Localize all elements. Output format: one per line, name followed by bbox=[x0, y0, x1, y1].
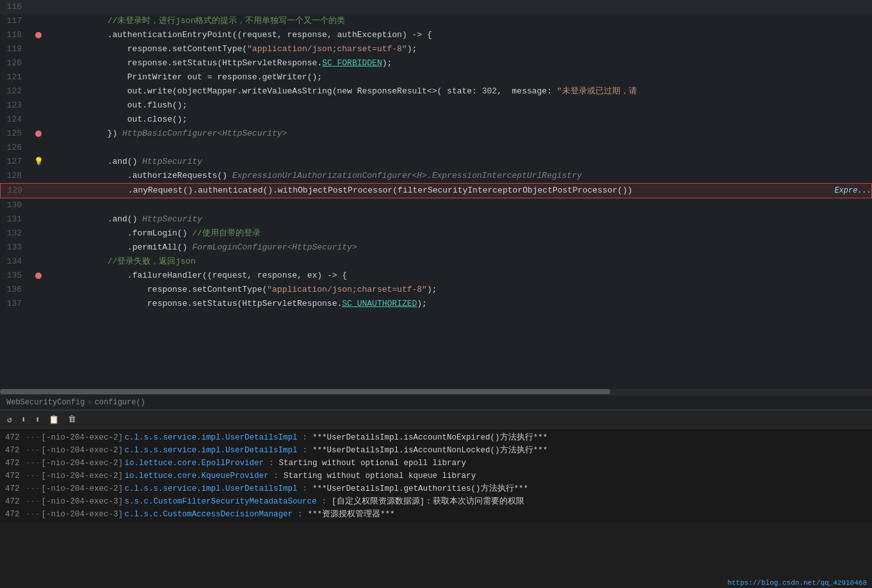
t-thread: [-nio-204-exec-2] bbox=[42, 444, 125, 457]
line-gutter bbox=[32, 283, 45, 297]
line-number: 126 bbox=[0, 141, 32, 155]
t-thread: [-nio-204-exec-3] bbox=[42, 495, 125, 508]
t-thread: [-nio-204-exec-2] bbox=[42, 431, 125, 444]
terminal-btn-copy[interactable]: 📋 bbox=[47, 415, 61, 425]
t-sep: --- bbox=[26, 508, 40, 521]
line-content: out.flush(); bbox=[45, 99, 872, 113]
line-content: out.write(objectMapper.writeValueAsStrin… bbox=[45, 84, 872, 99]
t-class[interactable]: io.lettuce.core.KqueueProvider bbox=[125, 470, 269, 482]
line-number: 135 bbox=[0, 269, 32, 283]
terminal-line-4: 472 --- [-nio-204-exec-2] io.lettuce.cor… bbox=[0, 470, 872, 482]
line-number: 130 bbox=[0, 198, 32, 212]
code-line: 121 PrintWriter out = response.getWriter… bbox=[0, 70, 872, 84]
code-line-132: 132 .formLogin() //使用自带的登录 bbox=[0, 226, 872, 241]
breakpoint-dot-135 bbox=[35, 273, 42, 279]
code-line-131: 131 .and() HttpSecurity bbox=[0, 212, 872, 226]
code-line-136: 136 response.setContentType("application… bbox=[0, 283, 872, 297]
t-colon: : bbox=[269, 457, 274, 470]
line-content-134: //登录失败，返回json bbox=[45, 255, 872, 269]
code-line: 125 }) HttpBasicConfigurer<HttpSecurity> bbox=[0, 127, 872, 141]
t-level: 472 bbox=[5, 508, 24, 521]
t-colon: : bbox=[274, 470, 279, 482]
t-message: ***UserDetailsImpl.isAccountNonLocked()方… bbox=[312, 444, 547, 457]
line-content: .authenticationEntryPoint((request, resp… bbox=[45, 28, 872, 42]
line-number: 116 bbox=[0, 0, 32, 14]
terminal-btn-refresh[interactable]: ↺ bbox=[5, 415, 14, 425]
line-gutter bbox=[32, 198, 45, 212]
code-lines: 116 117 //未登录时，进行json格式的提示，不用单独写一个又一个的类 … bbox=[0, 0, 872, 311]
terminal-line-5: 472 --- [-nio-204-exec-2] c.l.s.s.servic… bbox=[0, 482, 872, 495]
code-line-135: 135 .failureHandler((request, response, … bbox=[0, 269, 872, 283]
line-content-128: .authorizeRequests() ExpressionUrlAuthor… bbox=[45, 169, 872, 183]
line-number: 125 bbox=[0, 127, 32, 141]
line-content: //未登录时，进行json格式的提示，不用单独写一个又一个的类 bbox=[45, 14, 872, 28]
line-number: 132 bbox=[0, 226, 32, 241]
line-content-135: .failureHandler((request, response, ex) … bbox=[45, 269, 872, 283]
t-message: [自定义权限资源数据源]：获取本次访问需要的权限 bbox=[332, 495, 524, 508]
t-class[interactable]: c.l.s.c.CustomAccessDecisionManager bbox=[125, 508, 293, 521]
t-message: ***UserDetailsImpl.isAccountNoExpired()方… bbox=[312, 431, 547, 444]
t-class[interactable]: c.l.s.s.service.impl.UserDetailsImpl bbox=[125, 482, 298, 495]
line-gutter bbox=[32, 84, 45, 99]
line-number: 123 bbox=[0, 99, 32, 113]
code-container[interactable]: 116 117 //未登录时，进行json格式的提示，不用单独写一个又一个的类 … bbox=[0, 0, 872, 389]
scrollbar-thumb[interactable] bbox=[0, 389, 610, 394]
t-class[interactable]: c.l.s.s.service.impl.UserDetailsImpl bbox=[125, 431, 298, 444]
code-line: 120 response.setStatus(HttpServletRespon… bbox=[0, 56, 872, 70]
line-number: 131 bbox=[0, 212, 32, 226]
line-gutter bbox=[33, 184, 45, 198]
line-content-132: .formLogin() //使用自带的登录 bbox=[45, 226, 872, 241]
code-line: 123 out.flush(); bbox=[0, 99, 872, 113]
t-message: ***资源授权管理器*** bbox=[308, 508, 395, 521]
line-gutter bbox=[32, 141, 45, 155]
terminal-btn-clear[interactable]: 🗑 bbox=[66, 415, 78, 424]
t-colon: : bbox=[303, 482, 308, 495]
status-bar: https://blog.csdn.net/qq_42910468 bbox=[722, 578, 872, 588]
t-thread: [-nio-204-exec-3] bbox=[42, 508, 125, 521]
t-colon: : bbox=[303, 431, 308, 444]
t-class[interactable]: io.lettuce.core.EpollProvider bbox=[125, 457, 264, 470]
t-sep: --- bbox=[26, 444, 40, 457]
line-gutter bbox=[32, 28, 45, 42]
horizontal-scrollbar[interactable] bbox=[0, 389, 872, 394]
t-level: 472 bbox=[5, 457, 24, 470]
t-sep: --- bbox=[26, 470, 40, 482]
t-level: 472 bbox=[5, 495, 24, 508]
t-class[interactable]: c.l.s.s.service.impl.UserDetailsImpl bbox=[125, 444, 298, 457]
line-number: 129 bbox=[1, 184, 33, 198]
code-line: 126 bbox=[0, 141, 872, 155]
status-url[interactable]: https://blog.csdn.net/qq_42910468 bbox=[727, 579, 867, 587]
line-gutter bbox=[32, 297, 45, 311]
hint-129: Expre... bbox=[829, 184, 871, 198]
line-content: out.close(); bbox=[45, 113, 872, 127]
line-number: 122 bbox=[0, 84, 32, 99]
code-line-128: 128 .authorizeRequests() ExpressionUrlAu… bbox=[0, 169, 872, 183]
breakpoint-dot-125 bbox=[35, 131, 42, 137]
t-level: 472 bbox=[5, 431, 24, 444]
code-line-127: 127 💡 .and() HttpSecurity bbox=[0, 155, 872, 169]
code-line-133: 133 .permitAll() FormLoginConfigurer<Htt… bbox=[0, 241, 872, 255]
t-class[interactable]: s.s.c.CustomFilterSecurityMetadataSource bbox=[125, 495, 317, 508]
terminal-area: ↺ ⬇ ⬆ 📋 🗑 472 --- [-nio-204-exec-2] c.l.… bbox=[0, 409, 872, 523]
terminal-btn-up[interactable]: ⬆ bbox=[33, 415, 42, 425]
line-gutter bbox=[32, 169, 45, 183]
code-line-129: 129 .anyRequest().authenticated().withOb… bbox=[0, 183, 872, 198]
line-number: 128 bbox=[0, 169, 32, 183]
line-number: 127 bbox=[0, 155, 32, 169]
code-line-134: 134 //登录失败，返回json bbox=[0, 255, 872, 269]
line-content: response.setStatus(HttpServletResponse.S… bbox=[45, 56, 872, 70]
line-gutter bbox=[32, 212, 45, 226]
line-number: 118 bbox=[0, 28, 32, 42]
terminal-btn-down[interactable]: ⬇ bbox=[19, 415, 28, 425]
line-number: 124 bbox=[0, 113, 32, 127]
line-content: }) HttpBasicConfigurer<HttpSecurity> bbox=[45, 127, 872, 141]
line-gutter bbox=[32, 241, 45, 255]
terminal-lines: 472 --- [-nio-204-exec-2] c.l.s.s.servic… bbox=[0, 429, 872, 523]
line-number: 136 bbox=[0, 283, 32, 297]
t-thread: [-nio-204-exec-2] bbox=[42, 482, 125, 495]
t-message: Starting without optional kqueue library bbox=[284, 470, 476, 482]
code-line: 118 .authenticationEntryPoint((request, … bbox=[0, 28, 872, 42]
breadcrumb-bar: WebSecurityConfig › configure() bbox=[0, 394, 872, 409]
line-content: PrintWriter out = response.getWriter(); bbox=[45, 70, 872, 84]
line-number: 121 bbox=[0, 70, 32, 84]
